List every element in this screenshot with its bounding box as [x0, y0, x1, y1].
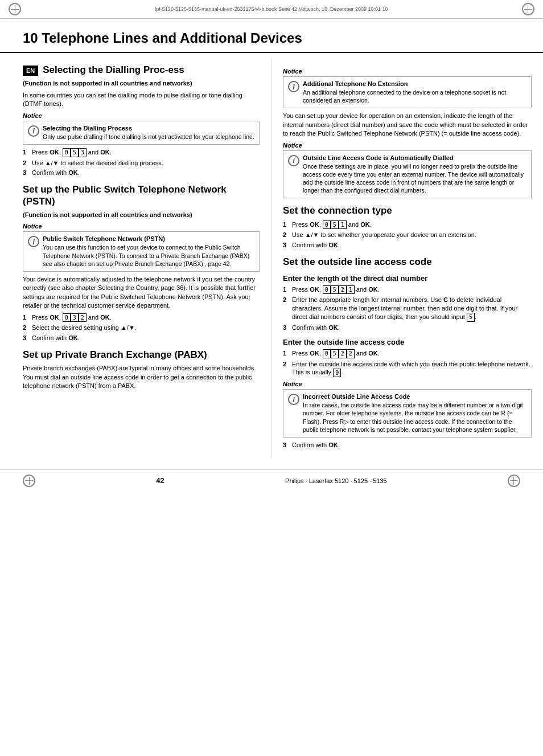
footer-page-number: 42	[156, 476, 164, 485]
section1-notice-label: Notice	[23, 112, 260, 119]
right-notice2-text: Once these settings are in place, you wi…	[303, 162, 526, 195]
sub2-step1-text: Press OK, 0522 and OK.	[292, 349, 380, 358]
step-num: 1	[23, 148, 30, 157]
notice1-text: Only use pulse dialling if tone dialling…	[43, 133, 254, 141]
section1-steps: 1 Press OK, 053 and OK. 2 Use ▲/▼ to sel…	[23, 148, 260, 178]
section1-step1: 1 Press OK, 053 and OK.	[23, 148, 260, 157]
section-conn-steps: 1 Press OK, 051 and OK. 2 Use ▲/▼ to set…	[283, 220, 532, 250]
final-step: 3 Confirm with OK.	[283, 441, 532, 449]
conn-step2-text: Use ▲/▼ to set whether you operate your …	[292, 231, 476, 239]
sub1-step1: 1 Press OK, 0521 and OK.	[283, 285, 532, 295]
step-num: 1	[283, 285, 290, 295]
step-num: 1	[283, 220, 290, 230]
page-title: 10 Telephone Lines and Additional Device…	[0, 24, 543, 53]
final-step-list: 3 Confirm with OK.	[283, 441, 532, 449]
sub1-step3: 3 Confirm with OK.	[283, 324, 532, 332]
notice-icon-r3: i	[288, 394, 299, 405]
step-num: 2	[283, 296, 290, 322]
step-num: 1	[23, 313, 30, 322]
notice2-text: You can use this function to set your de…	[43, 243, 254, 268]
section2-function-note: (Function is not supported in all countr…	[23, 211, 260, 219]
conn-step1-text: Press OK, 051 and OK.	[292, 220, 372, 230]
footer-left-crosshair	[23, 475, 35, 487]
notice2-title: Public Switch Telephone Network (PSTN)	[43, 235, 254, 242]
step-num: 3	[283, 324, 290, 332]
sub2-step2-text: Enter the outside line access code with …	[292, 360, 532, 378]
footer-brand: Philips · Laserfax 5120 · 5125 · 5135	[285, 477, 387, 484]
sub1-step3-text: Confirm with OK.	[292, 324, 340, 332]
left-column: EN Selecting the Dialling Proc-ess (Func…	[0, 59, 272, 458]
step2-text: Use ▲/▼ to select the desired dialling p…	[32, 159, 163, 167]
conn-step2: 2 Use ▲/▼ to set whether you operate you…	[283, 231, 532, 239]
section1-function-note: (Function is not supported in all countr…	[23, 79, 260, 88]
section2-step1: 1 Press OK, 032 and OK.	[23, 313, 260, 322]
conn-step3: 3 Confirm with OK.	[283, 241, 532, 250]
right-notice2-label: Notice	[283, 142, 532, 149]
section3-body: Private branch exchanges (PABX) are typi…	[23, 364, 260, 390]
top-right-crosshair	[522, 3, 534, 15]
header-file-info: lpf-5120-5125-5135-manual-uk-int-2531175…	[155, 6, 388, 12]
section2-notice-box: i Public Switch Telephone Network (PSTN)…	[23, 231, 260, 272]
step-num: 3	[283, 241, 290, 250]
right-column: Notice i Additional Telephone No Extensi…	[272, 59, 543, 458]
right-notice1-title: Additional Telephone No Extension	[303, 80, 526, 87]
sub2-step1: 1 Press OK, 0522 and OK.	[283, 349, 532, 358]
sub1-step1-text: Press OK, 0521 and OK.	[292, 285, 380, 295]
section1-intro: In some countries you can set the dialli…	[23, 91, 260, 109]
notice-icon-2: i	[28, 236, 39, 247]
footer: 42 Philips · Laserfax 5120 · 5125 · 5135	[0, 469, 543, 492]
step-num: 3	[283, 441, 290, 449]
step1-text: Press OK, 053 and OK.	[32, 148, 112, 157]
section2-steps: 1 Press OK, 032 and OK. 2 Select the des…	[23, 313, 260, 343]
right-notice3-text: In rare cases, the outside line access c…	[303, 401, 526, 434]
final-step-text: Confirm with OK.	[292, 441, 340, 449]
step1-text: Press OK, 032 and OK.	[32, 313, 112, 322]
section2-step3: 3 Confirm with OK.	[23, 334, 260, 342]
notice-icon-1: i	[28, 125, 39, 137]
right-notice2-content: Outside Line Access Code is Automaticall…	[303, 154, 526, 195]
section2-notice-label: Notice	[23, 223, 260, 230]
step-num: 2	[23, 324, 30, 332]
right-notice3-title: Incorrect Outside Line Access Code	[303, 393, 526, 400]
footer-right-crosshair	[508, 475, 520, 487]
notice1-content: Selecting the Dialling Process Only use …	[43, 125, 254, 141]
step-num: 2	[23, 159, 30, 167]
notice2-content: Public Switch Telephone Network (PSTN) Y…	[43, 235, 254, 268]
conn-step1: 1 Press OK, 051 and OK.	[283, 220, 532, 230]
two-col-layout: EN Selecting the Dialling Proc-ess (Func…	[0, 59, 543, 458]
section1-step3: 3 Confirm with OK.	[23, 169, 260, 177]
step-num: 1	[283, 349, 290, 358]
content-area: 10 Telephone Lines and Additional Device…	[0, 19, 543, 469]
step-num: 2	[283, 360, 290, 378]
subsection1-steps: 1 Press OK, 0521 and OK. 2 Enter the app…	[283, 285, 532, 332]
step-num: 3	[23, 334, 30, 342]
step3-text: Confirm with OK.	[32, 334, 80, 342]
section-outside-title: Set the outside line access code	[283, 256, 532, 268]
section1-step2: 2 Use ▲/▼ to select the desired dialling…	[23, 159, 260, 167]
section-conn-title: Set the connection type	[283, 205, 532, 216]
section1-title: Selecting the Dialling Proc-ess	[43, 64, 184, 76]
step-num: 3	[23, 169, 30, 177]
section3-title: Set up Private Branch Exchange (PABX)	[23, 349, 260, 361]
section1-notice-box: i Selecting the Dialling Process Only us…	[23, 121, 260, 145]
subsection1-title: Enter the length of the direct dial numb…	[283, 274, 532, 283]
subsection2-steps: 1 Press OK, 0522 and OK. 2 Enter the out…	[283, 349, 532, 378]
step3-text: Confirm with OK.	[32, 169, 80, 177]
right-notice3-box: i Incorrect Outside Line Access Code In …	[283, 389, 532, 438]
right-notice3-content: Incorrect Outside Line Access Code In ra…	[303, 393, 526, 434]
notice-icon-r1: i	[288, 81, 299, 92]
right-notice1-box: i Additional Telephone No Extension An a…	[283, 76, 532, 108]
top-bar: lpf-5120-5125-5135-manual-uk-int-2531175…	[0, 0, 543, 19]
notice-icon-r2: i	[288, 155, 299, 166]
section1-title-block: EN Selecting the Dialling Proc-ess	[23, 64, 260, 76]
top-left-crosshair	[9, 3, 21, 15]
sub1-step2: 2 Enter the appropriate length for inter…	[283, 296, 532, 322]
page-wrapper: lpf-5120-5125-5135-manual-uk-int-2531175…	[0, 0, 543, 756]
section2-body: Your device is automatically adjusted to…	[23, 275, 260, 310]
section2-title: Set up the Public Switch Telephone Netwo…	[23, 184, 260, 207]
en-badge: EN	[23, 66, 38, 76]
notice1-title: Selecting the Dialling Process	[43, 125, 254, 132]
right-notice1-label: Notice	[283, 68, 532, 75]
section2-step2: 2 Select the desired setting using ▲/▼.	[23, 324, 260, 332]
subsection2-title: Enter the outside line access code	[283, 338, 532, 346]
